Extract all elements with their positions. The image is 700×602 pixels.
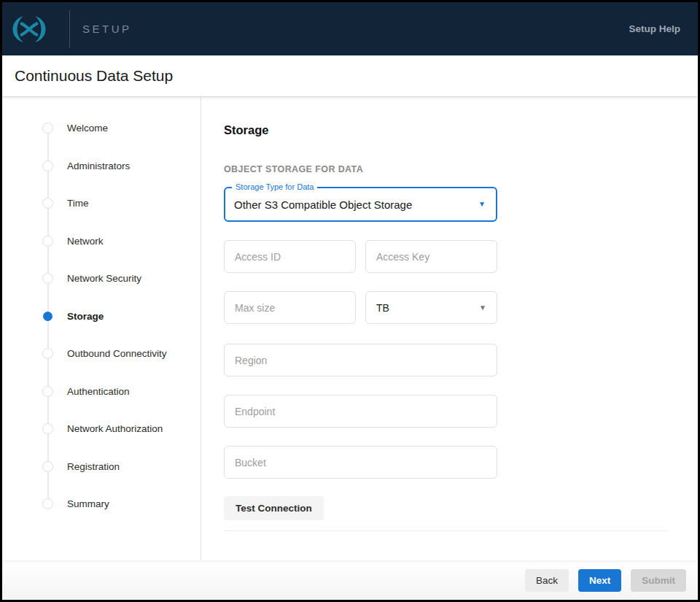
endpoint-input[interactable] <box>224 395 497 428</box>
step-label: Storage <box>67 311 104 322</box>
submit-button[interactable]: Submit <box>631 569 686 592</box>
app-header: SETUP Setup Help <box>2 2 698 55</box>
step-circle-icon <box>42 498 53 509</box>
step-label: Registration <box>67 461 120 472</box>
storage-type-value: Other S3 Compatible Object Storage <box>234 198 412 211</box>
step-circle-icon <box>42 348 53 359</box>
stepper-item-network-security[interactable]: Network Security <box>2 260 201 298</box>
stepper-item-welcome[interactable]: Welcome <box>2 109 201 147</box>
stepper-item-network-authorization[interactable]: Network Authorization <box>2 410 201 448</box>
setup-stepper: Welcome Administrators Time Network Netw… <box>2 97 201 560</box>
step-circle-icon <box>42 386 53 397</box>
test-connection-button[interactable]: Test Connection <box>224 496 324 520</box>
size-row: TB ▼ <box>224 291 497 324</box>
content-area: Welcome Administrators Time Network Netw… <box>2 97 698 560</box>
stepper-item-registration[interactable]: Registration <box>2 448 201 486</box>
chevron-down-icon: ▼ <box>479 304 486 312</box>
access-id-input[interactable] <box>224 240 356 273</box>
step-circle-icon <box>42 423 53 434</box>
stepper-item-outbound-connectivity[interactable]: Outbound Connectivity <box>2 335 201 373</box>
step-label: Outbound Connectivity <box>67 348 167 359</box>
delphix-logo-icon <box>9 15 50 44</box>
credentials-row <box>224 240 497 273</box>
section-bottom-divider <box>224 530 668 531</box>
stepper-item-storage[interactable]: Storage <box>2 298 201 336</box>
size-unit-select[interactable]: TB ▼ <box>365 291 497 324</box>
max-size-input[interactable] <box>224 291 356 324</box>
setup-help-link[interactable]: Setup Help <box>629 23 680 34</box>
storage-type-select[interactable]: Storage Type for Data Other S3 Compatibl… <box>224 187 497 222</box>
back-button[interactable]: Back <box>525 569 569 592</box>
section-title: OBJECT STORAGE FOR DATA <box>224 164 680 174</box>
wizard-footer: Back Next Submit <box>2 560 698 600</box>
step-circle-icon <box>42 461 53 472</box>
step-circle-icon <box>42 236 53 247</box>
storage-panel: Storage OBJECT STORAGE FOR DATA Storage … <box>201 97 680 560</box>
header-divider <box>69 10 70 48</box>
step-label: Administrators <box>67 161 130 171</box>
step-circle-icon <box>42 198 53 209</box>
step-label: Time <box>67 198 89 209</box>
stepper-item-summary[interactable]: Summary <box>2 485 201 523</box>
step-label: Authentication <box>67 386 130 397</box>
step-label: Network Security <box>67 273 141 284</box>
panel-heading: Storage <box>224 123 680 137</box>
next-button[interactable]: Next <box>578 569 621 592</box>
step-circle-icon <box>43 312 52 321</box>
bucket-input[interactable] <box>224 446 497 479</box>
size-unit-value: TB <box>376 302 389 314</box>
brand-label: SETUP <box>82 23 132 35</box>
step-circle-icon <box>42 161 53 171</box>
titlebar: Continuous Data Setup <box>2 55 698 97</box>
step-label: Welcome <box>67 123 108 134</box>
step-circle-icon <box>42 273 53 284</box>
stepper-item-network[interactable]: Network <box>2 223 201 261</box>
storage-type-label: Storage Type for Data <box>232 182 317 191</box>
stepper-item-administrators[interactable]: Administrators <box>2 147 201 185</box>
step-label: Network <box>67 236 104 247</box>
chevron-down-icon: ▼ <box>478 201 486 208</box>
page-title: Continuous Data Setup <box>15 67 173 85</box>
step-label: Summary <box>67 498 109 509</box>
step-label: Network Authorization <box>67 423 163 434</box>
access-key-input[interactable] <box>365 240 497 273</box>
stepper-item-time[interactable]: Time <box>2 185 201 223</box>
step-circle-icon <box>42 123 53 134</box>
stepper-item-authentication[interactable]: Authentication <box>2 373 201 411</box>
region-input[interactable] <box>224 344 497 377</box>
